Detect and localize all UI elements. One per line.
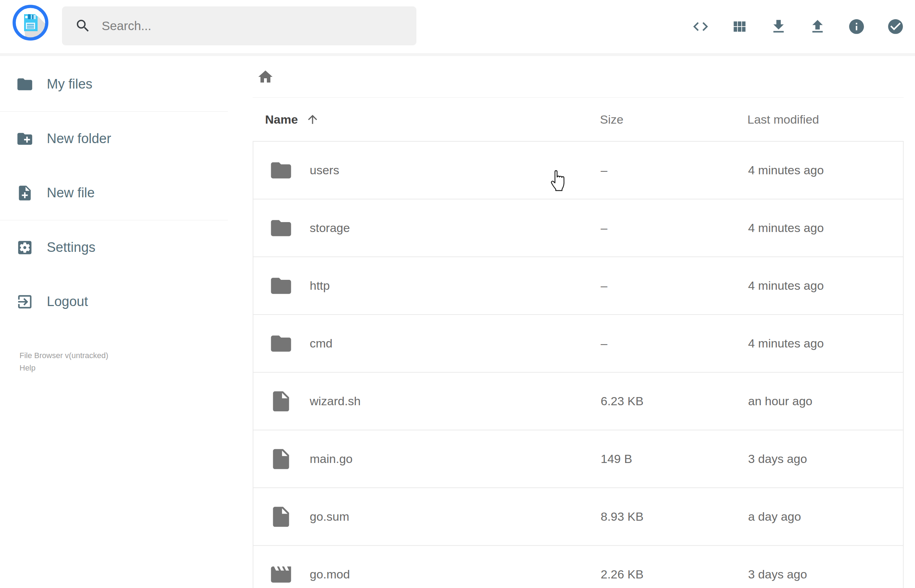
file-row-users[interactable]: users – 4 minutes ago xyxy=(253,141,904,199)
search-icon xyxy=(75,18,91,34)
sidebar-item-label: My files xyxy=(47,76,92,92)
file-modified: 4 minutes ago xyxy=(748,221,824,235)
app-version: File Browser v(untracked) xyxy=(19,349,108,362)
file-size: – xyxy=(601,336,608,351)
movie-icon xyxy=(269,562,293,586)
file-modified: 4 minutes ago xyxy=(748,279,824,292)
header-actions xyxy=(692,0,904,53)
file-modified: a day ago xyxy=(748,510,801,523)
file-size: 2.26 KB xyxy=(601,567,643,581)
file-name: main.go xyxy=(310,452,352,466)
file-modified: 4 minutes ago xyxy=(748,336,824,351)
upload-icon[interactable] xyxy=(809,18,826,36)
sidebar-item-label: New file xyxy=(47,185,95,200)
column-header-modified[interactable]: Last modified xyxy=(747,98,819,141)
folder-icon xyxy=(269,331,293,355)
file-icon xyxy=(269,447,293,471)
file-plus-icon xyxy=(16,184,34,202)
file-name: storage xyxy=(310,221,350,235)
file-row-main-go[interactable]: main.go 149 B 3 days ago xyxy=(253,430,904,488)
download-icon[interactable] xyxy=(770,18,787,36)
file-name: go.sum xyxy=(310,510,349,523)
select-multiple-icon[interactable] xyxy=(887,18,904,36)
file-row-go-mod[interactable]: go.mod 2.26 KB 3 days ago xyxy=(253,545,904,588)
help-link[interactable]: Help xyxy=(19,362,108,374)
file-size: – xyxy=(601,221,608,235)
folder-icon xyxy=(269,274,293,298)
file-size: 149 B xyxy=(601,452,632,466)
search-input[interactable] xyxy=(101,18,416,33)
file-icon xyxy=(269,505,293,529)
home-icon[interactable] xyxy=(257,68,274,86)
search-bar xyxy=(62,6,416,45)
listing-rows: users – 4 minutes ago storage – 4 minute… xyxy=(253,141,904,588)
folder-icon xyxy=(16,76,34,93)
file-size: 6.23 KB xyxy=(601,394,643,408)
settings-icon xyxy=(16,239,34,257)
file-modified: 4 minutes ago xyxy=(748,163,824,177)
arrow-up-icon xyxy=(306,113,319,126)
sidebar-item-label: New folder xyxy=(47,131,111,146)
sidebar-item-label: Logout xyxy=(47,294,88,309)
file-row-http[interactable]: http – 4 minutes ago xyxy=(253,257,904,315)
sidebar-item-settings[interactable]: Settings xyxy=(0,220,228,275)
sidebar-item-logout[interactable]: Logout xyxy=(0,275,228,329)
file-name: wizard.sh xyxy=(310,394,361,408)
column-header-name[interactable]: Name xyxy=(265,98,319,141)
logout-icon xyxy=(16,293,34,311)
grid-view-icon[interactable] xyxy=(731,18,748,36)
file-size: 8.93 KB xyxy=(601,510,643,523)
folder-icon xyxy=(269,216,293,240)
file-row-wizard-sh[interactable]: wizard.sh 6.23 KB an hour ago xyxy=(253,372,904,430)
file-modified: 3 days ago xyxy=(748,567,807,581)
file-listing: Name Size Last modified users – 4 minute… xyxy=(253,56,904,588)
file-icon xyxy=(269,389,293,414)
sidebar-item-new-folder[interactable]: New folder xyxy=(0,111,228,166)
sidebar-footer: File Browser v(untracked) Help xyxy=(19,349,108,374)
file-name: users xyxy=(310,163,339,177)
info-icon[interactable] xyxy=(848,18,865,36)
file-row-storage[interactable]: storage – 4 minutes ago xyxy=(253,199,904,257)
breadcrumb xyxy=(253,56,904,98)
code-icon[interactable] xyxy=(692,18,710,36)
file-name: cmd xyxy=(310,336,332,351)
sidebar-item-label: Settings xyxy=(47,240,95,255)
column-header-size[interactable]: Size xyxy=(600,98,623,141)
file-row-cmd[interactable]: cmd – 4 minutes ago xyxy=(253,314,904,373)
file-name: go.mod xyxy=(310,567,350,581)
file-size: – xyxy=(601,279,608,292)
file-modified: an hour ago xyxy=(748,394,813,408)
sidebar-item-my-files[interactable]: My files xyxy=(0,57,228,111)
filebrowser-app: My files New folder New file Sett xyxy=(0,0,915,588)
floppy-disk-logo-icon xyxy=(12,4,49,42)
app-logo[interactable] xyxy=(12,4,49,42)
file-modified: 3 days ago xyxy=(748,452,807,466)
sidebar-item-new-file[interactable]: New file xyxy=(0,166,228,220)
listing-header: Name Size Last modified xyxy=(253,98,904,141)
file-size: – xyxy=(601,163,608,177)
file-row-go-sum[interactable]: go.sum 8.93 KB a day ago xyxy=(253,488,904,546)
folder-plus-icon xyxy=(16,130,34,148)
file-name: http xyxy=(310,279,330,292)
folder-icon xyxy=(269,158,293,183)
sidebar: My files New folder New file Sett xyxy=(0,56,228,588)
top-bar xyxy=(0,0,915,56)
